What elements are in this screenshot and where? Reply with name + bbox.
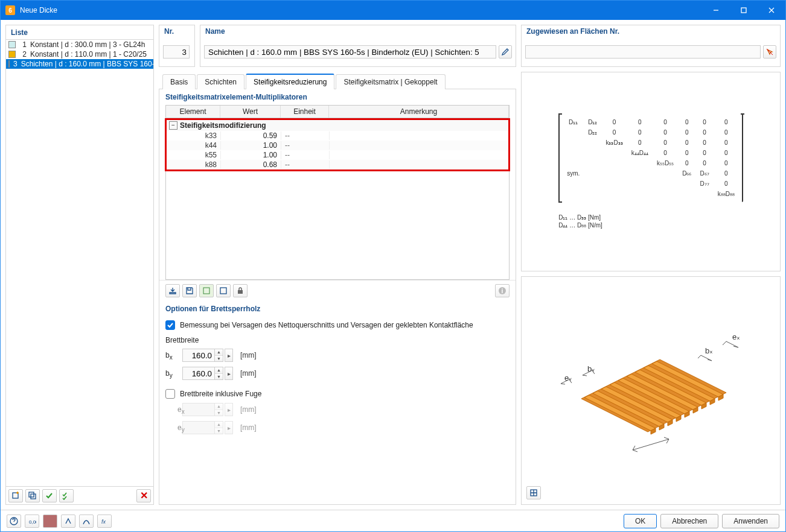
assign-input[interactable]	[525, 45, 761, 59]
color-swatch	[8, 60, 10, 68]
checkbox-checked-icon	[165, 320, 175, 330]
ey-unit: [mm]	[240, 423, 257, 432]
stiffness-group-row[interactable]: − Steifigkeitsmodifizierung	[167, 120, 508, 131]
svg-rect-4	[203, 288, 209, 294]
window-title: Neue Dicke	[20, 6, 702, 14]
name-input[interactable]	[204, 45, 496, 59]
new-item-button[interactable]	[8, 489, 23, 502]
list-panel: Liste 1 Konstant | d : 300.0 mm | 3 - GL…	[5, 25, 154, 505]
list-heading: Liste	[6, 25, 153, 40]
lock-button[interactable]	[233, 284, 248, 297]
stiffness-row[interactable]: k55 1.00 --	[167, 150, 508, 160]
name-field-box: Name	[200, 25, 516, 67]
bx-spinner[interactable]: ▲▼	[215, 349, 223, 362]
stiffness-row-value[interactable]: 0.68	[221, 160, 281, 169]
ey-label: ey	[165, 423, 179, 432]
save-button[interactable]	[182, 284, 197, 297]
matrix-note-2: D₄₄ … D₈₈ [N/m]	[558, 222, 743, 229]
ey-input	[182, 421, 215, 434]
tool-button-2[interactable]	[79, 515, 94, 528]
check-button[interactable]	[42, 489, 57, 502]
option-label: Bemessung bei Versagen des Nettoquerschn…	[180, 321, 473, 329]
col-element: Element	[166, 106, 220, 118]
stiffness-row-element: k33	[167, 131, 221, 140]
stiffness-section-title: Steifigkeitsmatrixelement-Multiplikatore…	[159, 89, 516, 105]
by-spinner[interactable]: ▲▼	[215, 367, 223, 380]
option-fuge-check[interactable]: Brettbreite inklusive Fuge	[165, 389, 510, 399]
edit-name-button[interactable]	[499, 45, 512, 59]
matrix-preview-panel: D₁₁D₁₂000000 D₂₂000000 k₃₃D₃₃00000 k₄₄D₄…	[521, 72, 781, 271]
stiffness-table: Element Wert Einheit Anmerkung −	[165, 105, 510, 280]
help-button[interactable]	[7, 515, 21, 528]
titlebar: 6 Neue Dicke	[1, 1, 785, 20]
svg-rect-2	[29, 492, 34, 497]
dialog-footer: 0,00 fx OK Abbrechen Anwenden	[1, 510, 785, 531]
apply-button[interactable]: Anwenden	[722, 514, 779, 528]
nr-input[interactable]	[163, 45, 190, 59]
tab-schichten[interactable]: Schichten	[197, 74, 244, 89]
cancel-button[interactable]: Abbrechen	[660, 514, 718, 528]
pick-surfaces-button[interactable]	[763, 45, 776, 59]
bx-unit: [mm]	[240, 351, 257, 359]
stiffness-row[interactable]: k33 0.59 --	[167, 131, 508, 141]
copy-item-button[interactable]	[25, 489, 40, 502]
tab-bar: Basis Schichten Steifigkeitsreduzierung …	[159, 72, 516, 89]
ey-step-button: ▸	[225, 421, 233, 434]
matrix-note-1: D₁₁ … D₃₃ [Nm]	[558, 214, 743, 221]
load-button[interactable]	[165, 284, 180, 297]
svg-rect-5	[220, 288, 226, 294]
stiffness-row-value[interactable]: 1.00	[221, 151, 281, 159]
stiffness-row-element: k44	[167, 141, 221, 150]
list-item[interactable]: 2 Konstant | d : 110.0 mm | 1 - C20/25	[6, 49, 153, 59]
tab-basis[interactable]: Basis	[162, 74, 196, 89]
stiffness-row[interactable]: k88 0.68 --	[167, 160, 508, 169]
toggle-button-b[interactable]	[216, 284, 231, 297]
close-button[interactable]	[758, 1, 785, 20]
toggle-button-a[interactable]	[199, 284, 214, 297]
svg-rect-6	[238, 290, 243, 294]
list-item-number: 1	[19, 40, 27, 49]
maximize-button[interactable]	[730, 1, 758, 20]
thickness-list: 1 Konstant | d : 300.0 mm | 3 - GL24h 2 …	[6, 40, 153, 486]
dialog-window: 6 Neue Dicke Liste 1 Konstant | d : 300.…	[0, 0, 786, 532]
stiffness-toolbar: i	[159, 280, 516, 301]
ok-button[interactable]: OK	[624, 514, 657, 528]
stiffness-table-header: Element Wert Einheit Anmerkung	[166, 106, 509, 118]
list-item[interactable]: 1 Konstant | d : 300.0 mm | 3 - GL24h	[6, 40, 153, 49]
illustration-panel: eₓ bₓ eᵧ bᵧ	[521, 276, 781, 505]
bx-step-button[interactable]: ▸	[225, 349, 233, 362]
delete-item-button[interactable]: ✕	[136, 489, 151, 502]
label-ex: eₓ	[732, 332, 740, 341]
dialog-body: Liste 1 Konstant | d : 300.0 mm | 3 - GL…	[1, 20, 785, 531]
svg-rect-3	[31, 494, 36, 499]
highlight-box: − Steifigkeitsmodifizierung k33 0.59 --	[165, 118, 510, 171]
collapse-toggle-icon[interactable]: −	[169, 121, 177, 130]
brettbreite-label: Brettbreite	[165, 336, 510, 344]
by-step-button[interactable]: ▸	[225, 367, 233, 380]
bx-input[interactable]	[182, 349, 215, 362]
option-net-section-check[interactable]: Bemessung bei Versagen des Nettoquerschn…	[165, 320, 510, 330]
list-item-number: 3	[13, 60, 18, 68]
tool-button-1[interactable]	[61, 515, 75, 528]
col-unit: Einheit	[281, 106, 329, 118]
info-button[interactable]: i	[495, 284, 510, 297]
color-button[interactable]	[43, 515, 57, 528]
list-item[interactable]: 3 Schichten | d : 160.0 mm | BBS SYS 160…	[6, 59, 153, 69]
stiffness-row-value[interactable]: 1.00	[221, 141, 281, 150]
tab-steifigkeitsreduzierung[interactable]: Steifigkeitsreduzierung	[246, 74, 334, 89]
stiffness-row[interactable]: k44 1.00 --	[167, 141, 508, 150]
color-swatch	[8, 41, 16, 48]
stiffness-row-value[interactable]: 0.59	[221, 131, 281, 140]
stiffness-row-unit: --	[281, 131, 330, 140]
by-input[interactable]	[182, 367, 215, 380]
units-button[interactable]: 0,00	[25, 515, 39, 528]
view-mode-button[interactable]	[526, 486, 541, 499]
col-value: Wert	[220, 106, 281, 118]
check-all-button[interactable]	[59, 489, 74, 502]
nr-label: Nr.	[159, 25, 194, 37]
assign-field-box: Zugewiesen an Flächen Nr.	[521, 25, 781, 67]
tab-steifigkeitsmatrix[interactable]: Steifigkeitsmatrix | Gekoppelt	[336, 74, 445, 89]
minimize-button[interactable]	[702, 1, 730, 20]
stiffness-row-element: k55	[167, 151, 221, 159]
fx-button[interactable]: fx	[97, 515, 112, 528]
